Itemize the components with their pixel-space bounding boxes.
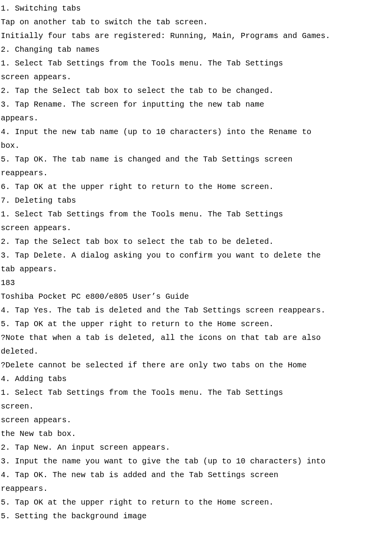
text-line: 5. Tap OK at the upper right to return t…: [1, 496, 391, 509]
text-line: 2. Changing tab names: [1, 43, 391, 56]
text-line: 4. Adding tabs: [1, 372, 391, 386]
text-line: 5. Setting the background image: [1, 509, 391, 523]
text-line: appears.: [1, 111, 391, 125]
text-line: 4. Tap OK. The new tab is added and the …: [1, 468, 391, 482]
text-line: tab appears.: [1, 262, 391, 276]
text-line: 3. Input the name you want to give the t…: [1, 454, 391, 468]
text-line: screen.: [1, 399, 391, 413]
text-line: screen appears.: [1, 413, 391, 427]
text-line: 2. Tap the Select tab box to select the …: [1, 235, 391, 249]
text-line: Tap on another tab to switch the tab scr…: [1, 15, 391, 29]
text-line: reappears.: [1, 166, 391, 180]
text-line: ?Note that when a tab is deleted, all th…: [1, 331, 391, 345]
text-line: 5. Tap OK at the upper right to return t…: [1, 317, 391, 331]
text-line: box.: [1, 139, 391, 153]
document-title: Toshiba Pocket PC e800/e805 User’s Guide: [1, 290, 391, 303]
text-line: screen appears.: [1, 221, 391, 235]
text-line: 4. Tap Yes. The tab is deleted and the T…: [1, 303, 391, 317]
page-number: 183: [1, 276, 391, 290]
text-line: reappears.: [1, 482, 391, 496]
text-line: 6. Tap OK at the upper right to return t…: [1, 180, 391, 194]
text-line: Initially four tabs are registered: Runn…: [1, 29, 391, 43]
text-line: 1. Switching tabs: [1, 2, 391, 15]
text-line: 2. Tap New. An input screen appears.: [1, 441, 391, 454]
text-line: ?Delete cannot be selected if there are …: [1, 358, 391, 372]
document-body: 1. Switching tabs Tap on another tab to …: [1, 2, 391, 523]
text-line: 5. Tap OK. The tab name is changed and t…: [1, 153, 391, 166]
text-line: 1. Select Tab Settings from the Tools me…: [1, 56, 391, 70]
text-line: deleted.: [1, 345, 391, 358]
text-line: 1. Select Tab Settings from the Tools me…: [1, 207, 391, 221]
text-line: 4. Input the new tab name (up to 10 char…: [1, 125, 391, 139]
text-line: screen appears.: [1, 70, 391, 84]
text-line: 1. Select Tab Settings from the Tools me…: [1, 386, 391, 399]
text-line: the New tab box.: [1, 427, 391, 441]
text-line: 3. Tap Delete. A dialog asking you to co…: [1, 249, 391, 262]
text-line: 2. Tap the Select tab box to select the …: [1, 84, 391, 98]
text-line: 7. Deleting tabs: [1, 194, 391, 207]
text-line: 3. Tap Rename. The screen for inputting …: [1, 98, 391, 111]
